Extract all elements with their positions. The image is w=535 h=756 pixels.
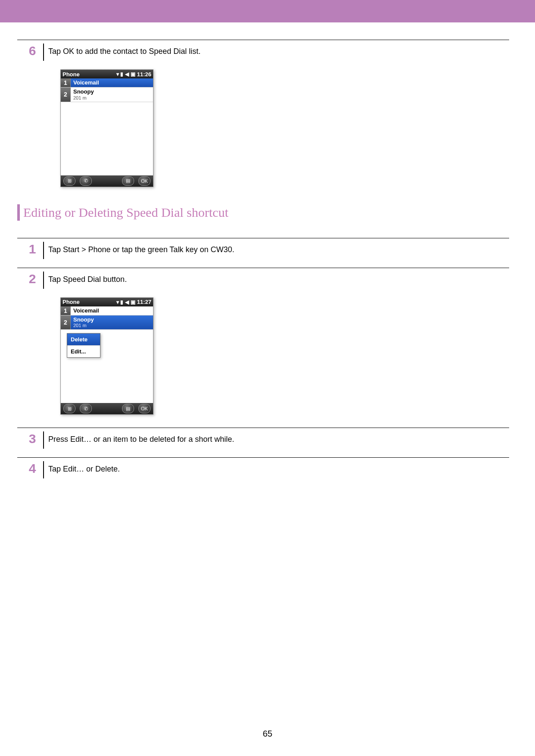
step-1: 1 Tap Start > Phone or tap the green Tal… [17,238,509,268]
battery-icon: ▣ [131,299,135,305]
step-6: 6 Tap OK to add the contact to Speed Dia… [17,40,509,69]
phone-icon[interactable]: ✆ [80,176,92,186]
step-number: 2 [26,272,39,286]
screenshot-2: Phone ▾ ▮ ◀ ▣ 11:27 1 Voicemail 2 Snoopy… [60,297,509,415]
speed-dial-row[interactable]: 2 Snoopy 201 m [61,316,153,330]
step-text: Press Edit… or an item to be deleted for… [48,431,234,444]
speed-dial-row[interactable]: 1 Voicemail [61,306,153,316]
phone-taskbar: ⊞ ✆ ▤ OK [61,175,153,187]
speed-dial-row[interactable]: 2 Snoopy 201 m [61,87,153,102]
speed-dial-sub: 201 m [73,323,150,328]
step-divider [43,242,44,259]
step-divider [43,461,44,478]
section-title: Editing or Deleting Speed Dial shortcut [23,205,228,220]
step-3: 3 Press Edit… or an item to be deleted f… [17,428,509,457]
speed-dial-row[interactable]: 1 Voicemail [61,78,153,87]
phone-taskbar: ⊞ ✆ ▤ OK [61,403,153,414]
phone-icon[interactable]: ✆ [80,404,92,413]
phone-titlebar: Phone ▾ ▮ ◀ ▣ 11:26 [61,70,153,78]
step-2: 2 Tap Speed Dial button. [17,268,509,297]
speed-dial-name: Snoopy [73,317,150,323]
start-icon[interactable]: ⊞ [63,176,75,186]
clock: 11:27 [137,299,151,305]
step-number: 3 [26,431,39,446]
step-number: 1 [26,242,39,256]
ok-button[interactable]: OK [138,176,150,186]
status-icons: ▾ ▮ ◀ [116,299,129,305]
battery-icon: ▣ [131,71,135,77]
menu-icon[interactable]: ▤ [122,404,134,413]
clock: 11:26 [137,71,151,78]
phone-titlebar: Phone ▾ ▮ ◀ ▣ 11:27 [61,298,153,306]
speed-dial-sub: 201 m [73,95,150,100]
step-divider [43,44,44,61]
start-icon[interactable]: ⊞ [63,404,75,413]
step-text: Tap OK to add the contact to Speed Dial … [48,44,200,56]
step-number: 6 [26,44,39,58]
status-icons: ▾ ▮ ◀ [116,71,129,77]
step-text: Tap Start > Phone or tap the green Talk … [48,242,234,254]
speed-dial-num: 2 [61,87,71,101]
context-menu: Delete Edit... [67,333,100,358]
step-divider [43,272,44,289]
phone-title: Phone [63,299,80,305]
speed-dial-num: 1 [61,78,71,87]
step-number: 4 [26,461,39,476]
speed-dial-name: Voicemail [73,80,150,86]
phone-screen: Phone ▾ ▮ ◀ ▣ 11:27 1 Voicemail 2 Snoopy… [60,297,153,415]
phone-title: Phone [63,71,80,78]
page-number: 65 [0,729,535,739]
step-text: Tap Edit… or Delete. [48,461,120,474]
phone-screen: Phone ▾ ▮ ◀ ▣ 11:26 1 Voicemail 2 Snoopy… [60,69,153,187]
context-menu-delete[interactable]: Delete [67,334,100,346]
ok-button[interactable]: OK [138,404,150,413]
context-menu-edit[interactable]: Edit... [67,346,100,357]
step-text: Tap Speed Dial button. [48,272,127,284]
speed-dial-num: 2 [61,316,71,329]
speed-dial-num: 1 [61,306,71,315]
speed-dial-name: Snoopy [73,89,150,95]
page-header-band [0,0,535,22]
phone-blank-area [61,102,153,175]
menu-icon[interactable]: ▤ [122,176,134,186]
speed-dial-name: Voicemail [73,308,150,314]
heading-accent-bar [17,204,20,221]
screenshot-1: Phone ▾ ▮ ◀ ▣ 11:26 1 Voicemail 2 Snoopy… [60,69,509,187]
step-4: 4 Tap Edit… or Delete. [17,458,509,487]
section-heading: Editing or Deleting Speed Dial shortcut [17,204,535,221]
step-divider [43,431,44,449]
